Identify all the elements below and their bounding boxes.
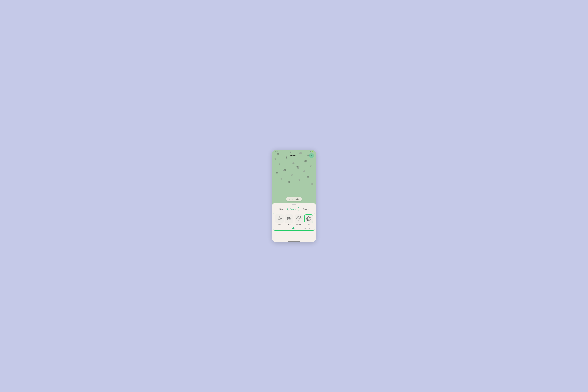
page-title: Emoji	[290, 154, 296, 157]
bottom-panel: Emoji Patterns Colours	[272, 203, 316, 242]
confirm-button[interactable]: ✓	[309, 153, 314, 158]
pattern-label-stacks: Stacks	[287, 224, 291, 225]
pattern-thumb-prism	[304, 214, 313, 223]
pattern-grid-container: Lotus Stacks	[273, 213, 315, 230]
pattern-thumb-sprinkle	[294, 214, 303, 223]
slider-track[interactable]	[278, 228, 303, 228]
bg-emoji-12: ☁️	[303, 170, 306, 172]
bg-emoji-19: ❄️	[311, 183, 313, 185]
bg-emoji-7: ☁️	[292, 162, 295, 164]
slider-dot-1	[304, 228, 304, 228]
phone-container: 🐢 ☁️ 🐢 👻 ❄️ 🐢 ☁️ 💧 ❄️ 👻 🐢 ☁️ 🐢 ❄️ 🐢 ☁️ 👻…	[272, 150, 316, 242]
svg-point-0	[278, 218, 280, 220]
slider-fill	[278, 228, 294, 228]
slider-dot-4	[308, 228, 308, 228]
bg-emoji-18: 🐢	[288, 181, 290, 184]
bg-emoji-15: 🐢	[306, 175, 310, 178]
pattern-thumb-stacks	[285, 214, 294, 223]
tab-bar: Emoji Patterns Colours	[272, 207, 316, 211]
randomise-button[interactable]: ⊞ Randomise	[286, 197, 302, 201]
svg-point-23	[300, 220, 301, 221]
slider-thumb[interactable]	[292, 227, 294, 229]
svg-point-18	[296, 218, 297, 219]
svg-point-15	[297, 216, 298, 218]
svg-point-21	[297, 220, 298, 221]
pattern-label-lotus: Lotus	[278, 224, 281, 225]
svg-point-14	[288, 218, 289, 220]
randomise-label: Randomise	[291, 198, 300, 200]
bg-emoji-14: ❄️	[290, 174, 293, 176]
pattern-label-sprinkle: Sprinkle	[296, 224, 301, 225]
svg-point-16	[298, 216, 299, 217]
svg-point-20	[301, 218, 301, 219]
slider-dot-5	[309, 228, 310, 228]
bg-emoji-16: ☁️	[280, 178, 282, 180]
tab-patterns[interactable]: Patterns	[287, 207, 299, 211]
randomise-icon: ⊞	[289, 198, 290, 200]
slider-plus-button[interactable]: +	[311, 227, 312, 230]
tab-emoji[interactable]: Emoji	[277, 207, 286, 211]
bg-emoji-13: 🐢	[276, 171, 278, 174]
pattern-item-lotus[interactable]: Lotus	[275, 214, 284, 225]
bg-emoji-8: 💧	[279, 163, 281, 165]
back-button[interactable]: ←	[274, 154, 276, 157]
slider-row: − +	[274, 226, 314, 230]
bg-emoji-10: 👻	[296, 166, 300, 169]
bg-emoji-6: 🐢	[304, 159, 307, 162]
pattern-label-prism: Prism	[307, 224, 310, 225]
slider-dots	[304, 228, 310, 228]
slider-minus-button[interactable]: −	[276, 227, 277, 230]
top-bar: ← Emoji ✓	[272, 150, 316, 160]
pattern-item-stacks[interactable]: Stacks	[285, 214, 294, 225]
bg-emoji-17: 👻	[298, 179, 300, 181]
home-bar	[288, 241, 300, 242]
slider-dot-2	[305, 228, 306, 228]
bg-emoji-11: 🐢	[283, 168, 287, 172]
slider-dot-3	[306, 228, 307, 228]
tab-colours[interactable]: Colours	[300, 207, 311, 211]
pattern-thumb-lotus	[275, 214, 284, 223]
pattern-grid: Lotus Stacks	[274, 214, 314, 225]
panel-handle	[292, 204, 296, 205]
svg-point-22	[298, 220, 299, 221]
bg-emoji-9: ❄️	[310, 165, 312, 167]
pattern-item-sprinkle[interactable]: Sprinkle	[294, 214, 303, 225]
svg-point-17	[300, 216, 301, 218]
pattern-item-prism[interactable]: Prism	[304, 214, 313, 225]
svg-point-34	[308, 218, 309, 219]
